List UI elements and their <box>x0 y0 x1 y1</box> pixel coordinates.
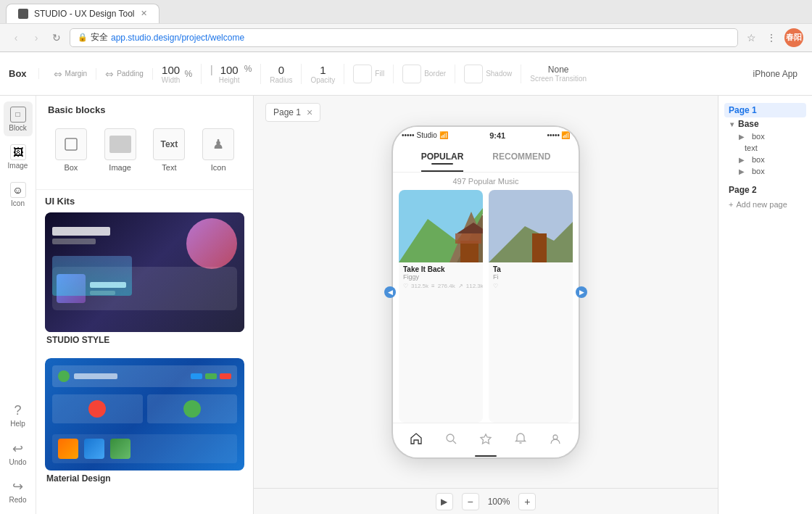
bookmark-icon[interactable]: ☆ <box>744 30 758 45</box>
width-section[interactable]: 100 Width % <box>153 64 202 84</box>
nav-forward-icon[interactable]: › <box>29 30 44 45</box>
svg-marker-14 <box>481 434 491 444</box>
fill-section[interactable]: Fill <box>344 65 394 83</box>
url-security: 安全 <box>91 31 108 43</box>
height-value[interactable]: 100 <box>220 64 239 76</box>
base-layer[interactable]: ▾ Base <box>724 117 806 130</box>
browser-tab[interactable]: STUDIO - UX Design Tool ✕ <box>6 4 160 23</box>
tool-icon-item[interactable]: ☺ Icon <box>4 177 33 212</box>
canvas-left-arrow: ◀ <box>384 286 396 298</box>
shadow-section[interactable]: Shadow <box>455 65 521 83</box>
height-section[interactable]: | 100 Height % <box>202 64 261 84</box>
add-page-label: Add new page <box>736 200 787 209</box>
layer-box-1[interactable]: ▶ box <box>724 130 806 142</box>
nav-home[interactable] <box>408 431 424 447</box>
page1-item[interactable]: Page 1 <box>724 103 806 117</box>
layer-text-1[interactable]: text <box>724 142 806 154</box>
tool-strip: □ Block 🖼 Image ☺ Icon ? Help ↩ Undo ↪ <box>0 96 36 514</box>
height-unit: % <box>244 64 252 74</box>
undo-label: Undo <box>9 458 27 466</box>
tool-undo[interactable]: ↩ Undo <box>4 436 33 471</box>
address-bar[interactable]: 🔒 安全 app.studio.design/project/welcome <box>70 28 738 47</box>
block-image-label: Image <box>109 163 131 172</box>
none-value[interactable]: None <box>548 65 569 75</box>
block-icon-label: Icon <box>211 163 226 172</box>
layer-box-3[interactable]: ▶ box <box>724 165 806 177</box>
canvas-main: ◀ ••••• Studio 📶 9:41 ••••• 📶 <box>254 96 718 488</box>
browser-tabs: STUDIO - UX Design Tool ✕ <box>0 0 812 23</box>
block-icon-icon: ♟ <box>202 128 234 160</box>
properties-bar: Box ⇔ Margin ⇔ Padding 100 Width % | 100… <box>0 52 812 96</box>
block-image[interactable]: Image <box>97 123 144 178</box>
nav-refresh-icon[interactable]: ↻ <box>49 30 64 45</box>
padding-label: Padding <box>117 70 144 78</box>
nav-profile[interactable] <box>547 431 563 447</box>
tool-image[interactable]: 🖼 Image <box>4 139 33 174</box>
undo-icon: ↩ <box>12 441 23 457</box>
box1-label: box <box>752 132 765 141</box>
shadow-icon-btn[interactable] <box>464 65 483 83</box>
kit-material-preview <box>45 358 244 471</box>
block-box[interactable]: Box <box>48 123 94 178</box>
zoom-minus-btn[interactable]: − <box>462 493 479 510</box>
card2-info: Ta Fi ♡ <box>489 262 573 294</box>
add-page-icon: + <box>729 200 733 209</box>
border-icon-btn[interactable] <box>402 65 421 83</box>
card1-title: Take It Back <box>403 265 478 273</box>
screen-transition-section[interactable]: None Screen Transition <box>521 65 595 83</box>
lock-icon: 🔒 <box>78 33 88 42</box>
tool-help[interactable]: ? Help <box>4 398 33 433</box>
status-time: 9:41 <box>489 131 505 140</box>
tab-title: STUDIO - UX Design Tool <box>34 9 135 19</box>
play-button[interactable]: ▶ <box>436 493 453 510</box>
radius-section[interactable]: 0 Radius <box>261 64 302 84</box>
tab-close-icon[interactable]: ✕ <box>141 9 147 18</box>
svg-point-12 <box>447 434 454 442</box>
card2-stats: ♡ <box>493 283 568 289</box>
border-label: Border <box>424 70 446 78</box>
radius-value[interactable]: 0 <box>278 64 284 76</box>
tab-recommend[interactable]: RECOMMEND <box>492 152 550 172</box>
card1-image <box>399 190 483 262</box>
border-section[interactable]: Border <box>394 65 455 83</box>
opacity-value[interactable]: 1 <box>320 64 326 76</box>
nav-notification[interactable] <box>513 431 529 447</box>
menu-icon[interactable]: ⋮ <box>764 30 779 45</box>
add-new-page-btn[interactable]: + Add new page <box>724 197 806 212</box>
basic-blocks-section: Basic blocks Box Image <box>36 96 253 190</box>
block-text-label: Text <box>162 163 176 172</box>
blocks-grid: Box Image Text Text <box>48 123 241 178</box>
tool-block[interactable]: □ Block <box>4 101 33 136</box>
right-panel: Page 1 ▾ Base ▶ box text ▶ box ▶ box Pag… <box>718 96 812 514</box>
music-card-2[interactable]: Ta Fi ♡ <box>489 190 573 423</box>
nav-back-icon[interactable]: ‹ <box>9 30 23 45</box>
layer-box-2[interactable]: ▶ box <box>724 154 806 165</box>
margin-label: Margin <box>65 70 88 78</box>
kit-studio-preview <box>45 212 244 332</box>
fill-icon-btn[interactable] <box>353 65 372 83</box>
canvas-bottom-bar: ▶ − 100% + <box>254 488 718 514</box>
app-layout: □ Block 🖼 Image ☺ Icon ? Help ↩ Undo ↪ <box>0 96 812 514</box>
url-full: app.studio.design/project/welcome <box>111 33 244 43</box>
width-value[interactable]: 100 <box>162 64 180 76</box>
block-text[interactable]: Text Text <box>146 123 193 178</box>
music-card-1[interactable]: Take It Back Figgy ♡312.5k ≡276.4k ↗112.… <box>399 190 483 423</box>
phone-status-bar: ••••• Studio 📶 9:41 ••••• 📶 <box>393 127 579 144</box>
tool-redo[interactable]: ↪ Redo <box>4 473 33 508</box>
canvas-page-label: Page 1 × <box>265 103 320 122</box>
page2-item[interactable]: Page 2 <box>724 183 806 197</box>
opacity-section[interactable]: 1 Opacity <box>302 64 344 84</box>
kit-material-design[interactable]: Material Design <box>45 358 244 489</box>
zoom-plus-btn[interactable]: + <box>518 493 536 510</box>
page-close-icon[interactable]: × <box>307 107 312 118</box>
height-label: Height <box>219 76 240 84</box>
svg-rect-11 <box>532 233 547 262</box>
block-icon[interactable]: ♟ Icon <box>195 123 241 178</box>
tab-favicon <box>18 9 28 19</box>
kit-studio-style[interactable]: STUDIO STYLE <box>45 212 244 351</box>
nav-favorite[interactable] <box>478 431 494 447</box>
padding-section: ⇔ Padding <box>96 68 153 80</box>
user-avatar: 春阳 <box>784 28 803 47</box>
tab-popular[interactable]: POPULAR <box>421 152 464 172</box>
nav-search[interactable] <box>443 431 459 447</box>
